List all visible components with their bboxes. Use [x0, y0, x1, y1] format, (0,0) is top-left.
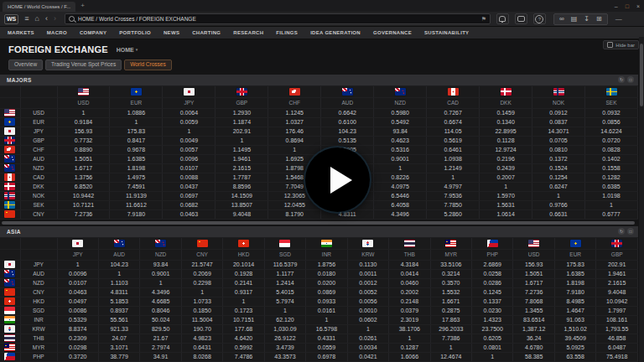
refresh-icon[interactable]: ↻: [618, 228, 625, 235]
rate-cell: 0.5316: [374, 145, 427, 154]
rate-cell: 11.6612: [110, 200, 163, 209]
rate-cell: 0.7267: [427, 108, 480, 117]
close-button[interactable]: ×: [636, 3, 640, 9]
rate-cell: 0.0286: [472, 278, 513, 287]
rate-cell: 1.1495: [216, 145, 268, 154]
row-flag-cell: [0, 108, 20, 117]
menu-icon[interactable]: ≡: [24, 15, 29, 23]
column-header-sek: SEK: [585, 97, 638, 108]
vertical-scrollbar-thumb[interactable]: [640, 44, 643, 106]
home-icon[interactable]: ⌂: [35, 15, 39, 23]
rate-cell: 0.5329: [57, 315, 98, 324]
rate-cell: 0.0810: [532, 145, 585, 154]
rate-cell: 7.8068: [513, 297, 554, 306]
nav-item-charting[interactable]: CHARTING: [192, 30, 221, 35]
rate-cell: 104.23: [321, 127, 374, 136]
row-flag-cell: [0, 278, 20, 287]
column-header-cad: CAD: [427, 97, 480, 108]
rate-cell: 0.8046: [140, 306, 181, 315]
column-flags-row: [0, 238, 638, 250]
rate-cell: 0.1340: [480, 117, 532, 127]
hide-bar-button[interactable]: Hide bar: [603, 40, 639, 49]
nav-item-governance[interactable]: GOVERNANCE: [373, 30, 412, 35]
rate-cell: 4.9823: [181, 334, 222, 343]
rate-cell: 6.4058: [374, 200, 427, 209]
row-flag-cell: [0, 154, 20, 163]
chat-button[interactable]: [515, 13, 527, 24]
minimize-button[interactable]: –: [615, 3, 618, 9]
notifications-button[interactable]: [496, 13, 509, 24]
nav-item-idea-generation[interactable]: IDEA GENERATION: [310, 30, 361, 35]
rate-cell: 0.0012: [347, 278, 388, 287]
column-flag-cell: [163, 86, 216, 98]
page-header: FOREIGN EXCHANGE HOME ▾: [0, 38, 638, 56]
au-flag-icon: [4, 155, 15, 163]
ph-flag-icon: [4, 353, 15, 360]
rate-cell: 0.0869: [306, 287, 347, 297]
grid-icon[interactable]: ⊞: [596, 16, 602, 23]
link-icon[interactable]: ∞: [559, 16, 564, 23]
rate-cell: 7.4591: [110, 182, 163, 191]
column-flag-cell: [374, 86, 427, 98]
row-label: USD: [20, 108, 57, 117]
back-icon[interactable]: ‹: [45, 15, 48, 23]
th-flag-icon: [404, 240, 415, 247]
nav-item-markets[interactable]: MARKETS: [8, 30, 34, 35]
nav-item-news[interactable]: NEWS: [164, 30, 179, 35]
collapse-toolbar-icon[interactable]: —: [615, 16, 622, 23]
view-tab-overview[interactable]: Overview: [8, 59, 43, 70]
rate-cell: 11.5004: [181, 315, 222, 324]
nav-item-filings[interactable]: FILINGS: [276, 30, 298, 35]
rate-cell: 0.0057: [163, 145, 216, 154]
rate-cell: 0.0052: [347, 287, 388, 297]
rate-cell: 12.4674: [430, 352, 471, 361]
nav-item-portfolio[interactable]: PORTFOLIO: [119, 30, 151, 35]
rate-cell: 0.0107: [57, 278, 98, 287]
nav-item-sustainability[interactable]: SUSTAINABILITY: [424, 30, 469, 35]
search-input[interactable]: HOME / World Crosses / FOREIGN EXCHANGE …: [65, 13, 491, 24]
expand-icon[interactable]: □: [627, 228, 634, 235]
column-header-jpy: JPY: [163, 97, 216, 108]
nav-item-research[interactable]: RESEARCH: [233, 30, 263, 35]
row-flag-cell: [0, 352, 20, 361]
row-label: SEK: [20, 200, 57, 209]
hide-bar-icon: [607, 42, 613, 48]
document-icon[interactable]: ▤: [571, 16, 578, 23]
row-label: PHP: [20, 352, 57, 361]
vertical-scrollbar[interactable]: [639, 37, 644, 362]
browser-tab[interactable]: HOME / World Crosses / F...: [3, 2, 75, 12]
view-tab-trading-venue-spot-prices[interactable]: Trading Venue Spot Prices: [45, 59, 122, 70]
bookmark-icon[interactable]: ⚑: [481, 16, 486, 22]
expand-icon[interactable]: □: [627, 76, 634, 83]
forward-icon[interactable]: ›: [54, 15, 56, 23]
help-button[interactable]: ?: [533, 13, 546, 24]
home-dropdown[interactable]: HOME ▾: [117, 47, 138, 53]
spacer-cell: [0, 249, 20, 260]
app-logo[interactable]: WS: [4, 14, 18, 24]
view-tab-world-crosses[interactable]: World Crosses: [124, 59, 172, 70]
table-row-jpy: JPY156.93175.831202.91176.46104.2393.841…: [0, 127, 638, 136]
asia-table: JPYAUDNZDCNYHKDSGDINRKRWTHBMYRPHPUSDEURG…: [0, 238, 638, 362]
rate-cell: 0.5135: [321, 136, 374, 145]
rate-cell: 12.9724: [480, 145, 532, 154]
rate-cell: 1: [430, 343, 471, 352]
rate-cell: 4.6780: [513, 343, 554, 352]
download-icon[interactable]: ↧: [584, 16, 589, 23]
rate-cell: 0.3720: [57, 352, 98, 361]
horizontal-scrollbar-thumb[interactable]: [2, 221, 635, 225]
refresh-icon[interactable]: ↻: [618, 76, 625, 83]
rate-cell: 0.2002: [389, 287, 430, 297]
page-title: FOREIGN EXCHANGE: [8, 44, 108, 54]
row-flag-cell: [0, 209, 20, 219]
horizontal-scrollbar[interactable]: [0, 221, 638, 225]
maximize-button[interactable]: □: [626, 3, 629, 9]
au-flag-icon: [342, 88, 353, 96]
ca-flag-icon: [448, 88, 459, 96]
nav-item-macro[interactable]: MACRO: [47, 30, 67, 35]
rate-cell: 22.8995: [480, 127, 532, 136]
nav-item-company[interactable]: COMPANY: [80, 30, 106, 35]
new-tab-button[interactable]: +: [80, 3, 85, 9]
video-play-button[interactable]: [305, 147, 370, 212]
table-row-krw: KRW8.8374921.33829.50190.70177.681,030.0…: [0, 324, 638, 334]
table-row-cny: CNY7.27367.91800.04639.40488.17904.83114…: [0, 209, 638, 219]
